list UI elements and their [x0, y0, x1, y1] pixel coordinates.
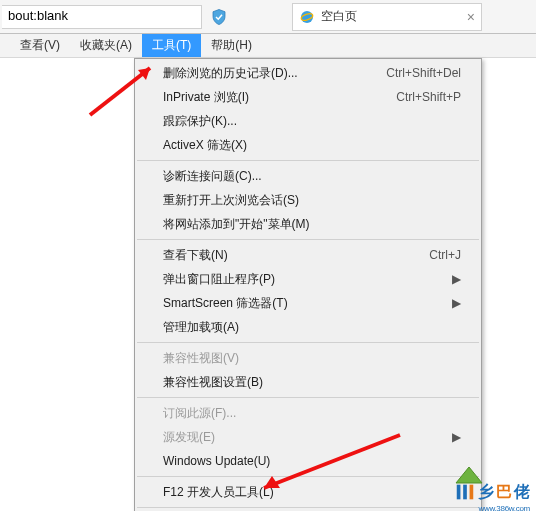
menu-delete-history[interactable]: 删除浏览的历史记录(D)... Ctrl+Shift+Del: [135, 61, 481, 85]
menu-activex-filtering[interactable]: ActiveX 筛选(X): [135, 133, 481, 157]
menu-separator: [137, 342, 479, 343]
tab-title: 空白页: [321, 8, 461, 25]
tools-dropdown: 删除浏览的历史记录(D)... Ctrl+Shift+Del InPrivate…: [134, 58, 482, 511]
menu-inprivate[interactable]: InPrivate 浏览(I) Ctrl+Shift+P: [135, 85, 481, 109]
svg-rect-9: [463, 485, 467, 500]
menu-tracking-protection[interactable]: 跟踪保护(K)...: [135, 109, 481, 133]
menu-diagnose-connection[interactable]: 诊断连接问题(C)...: [135, 164, 481, 188]
ie-icon: [299, 9, 315, 25]
security-shield-icon[interactable]: [206, 5, 232, 29]
svg-rect-8: [457, 485, 461, 500]
menu-favorites[interactable]: 收藏夹(A): [70, 34, 142, 57]
menu-separator: [137, 239, 479, 240]
menu-separator: [137, 507, 479, 508]
menu-f12-tools[interactable]: F12 开发人员工具(L): [135, 480, 481, 504]
menu-bar: 查看(V) 收藏夹(A) 工具(T) 帮助(H): [0, 34, 536, 58]
submenu-arrow-icon: ▶: [452, 430, 461, 444]
submenu-arrow-icon: ▶: [452, 296, 461, 310]
menu-smartscreen[interactable]: SmartScreen 筛选器(T) ▶: [135, 291, 481, 315]
browser-tab[interactable]: 空白页 ×: [292, 3, 482, 31]
url-field[interactable]: bout:blank: [2, 5, 202, 29]
tab-close-button[interactable]: ×: [467, 9, 475, 25]
address-bar: bout:blank 空白页 ×: [0, 0, 536, 34]
menu-manage-addons[interactable]: 管理加载项(A): [135, 315, 481, 339]
menu-popup-blocker[interactable]: 弹出窗口阻止程序(P) ▶: [135, 267, 481, 291]
menu-view-downloads[interactable]: 查看下载(N) Ctrl+J: [135, 243, 481, 267]
menu-compat-view: 兼容性视图(V): [135, 346, 481, 370]
menu-separator: [137, 476, 479, 477]
menu-windows-update[interactable]: Windows Update(U): [135, 449, 481, 473]
menu-compat-settings[interactable]: 兼容性视图设置(B): [135, 370, 481, 394]
submenu-arrow-icon: ▶: [452, 272, 461, 286]
menu-separator: [137, 397, 479, 398]
svg-rect-10: [470, 485, 474, 500]
menu-separator: [137, 160, 479, 161]
menu-reopen-session[interactable]: 重新打开上次浏览会话(S): [135, 188, 481, 212]
menu-tools[interactable]: 工具(T): [142, 34, 201, 57]
menu-add-to-start[interactable]: 将网站添加到"开始"菜单(M): [135, 212, 481, 236]
menu-view[interactable]: 查看(V): [10, 34, 70, 57]
watermark-url: www.386w.com: [478, 504, 530, 511]
menu-feed-subscribe: 订阅此源(F)...: [135, 401, 481, 425]
watermark: 乡 巴 佬: [454, 481, 530, 503]
menu-feed-discovery: 源发现(E) ▶: [135, 425, 481, 449]
svg-point-0: [301, 11, 313, 23]
watermark-logo-icon: [454, 481, 476, 503]
menu-help[interactable]: 帮助(H): [201, 34, 262, 57]
